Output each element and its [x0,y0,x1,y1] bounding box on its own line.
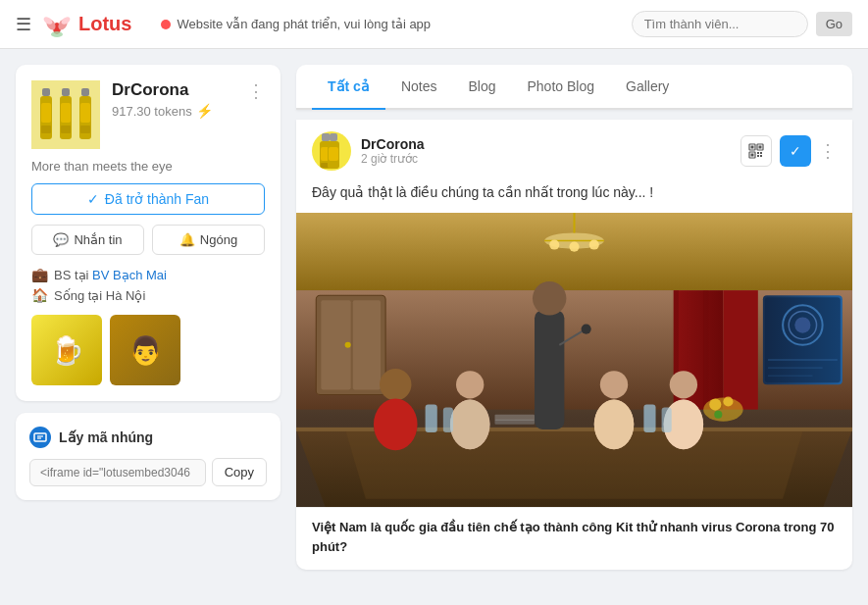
work-text: BS tại BV Bạch Mai [54,268,167,282]
svg-rect-16 [80,103,90,123]
svg-rect-8 [41,103,51,123]
menu-icon[interactable]: ☰ [16,14,31,35]
tabs-bar: Tất cả Notes Blog Photo Blog Gallery [296,65,852,110]
photo-beer[interactable]: 🍺 [31,315,102,385]
profile-card: DrCorona 917.30 tokens ⚡ ⋮ More than mee… [16,65,281,401]
svg-rect-10 [62,88,70,96]
tab-photo-blog[interactable]: Photo Blog [512,65,611,110]
svg-rect-34 [751,154,754,157]
location-item: 🏠 Sống tại Hà Nội [31,287,265,303]
main-layout: DrCorona 917.30 tokens ⚡ ⋮ More than mee… [0,49,868,585]
svg-rect-38 [760,155,762,157]
post-actions: ✓ ⋮ [740,135,837,167]
svg-rect-84 [643,405,655,432]
svg-point-67 [380,369,411,400]
svg-point-87 [709,398,721,410]
svg-rect-12 [61,103,71,123]
post-card: DrCorona 2 giờ trước [296,120,852,570]
embed-icon [29,427,51,448]
embed-icon-svg [33,430,47,444]
svg-point-89 [714,411,722,419]
follow-button[interactable]: 🔔 Ngóng [152,225,265,255]
embed-code-input[interactable] [29,459,206,486]
post-avatar-icon [312,131,351,171]
svg-rect-82 [426,405,437,432]
post-username: DrCorona [361,136,731,152]
svg-rect-26 [330,133,337,141]
verify-button[interactable]: ✓ [780,135,811,167]
svg-rect-37 [757,155,759,157]
svg-rect-28 [329,147,338,161]
work-link[interactable]: BV Bạch Mai [92,268,167,282]
post-time: 2 giờ trước [361,152,731,166]
header-left: ☰ Lotus Website vẫn đang phát triển, vui… [16,9,431,40]
svg-point-80 [670,371,697,398]
search-input[interactable] [632,11,808,37]
logo-container: Lotus [41,9,131,40]
svg-rect-17 [80,126,90,133]
tab-blog[interactable]: Blog [452,65,511,110]
svg-point-75 [582,325,591,334]
svg-point-78 [594,400,635,450]
svg-rect-83 [443,408,453,432]
more-options-icon[interactable]: ⋮ [247,80,265,102]
content-area: Tất cả Notes Blog Photo Blog Gallery [296,65,852,570]
work-icon: 💼 [31,267,48,282]
svg-rect-35 [757,152,759,154]
profile-tokens: 917.30 tokens ⚡ [112,103,247,119]
svg-point-59 [794,317,810,332]
svg-rect-33 [759,146,762,149]
message-label: Nhắn tin [74,232,122,247]
svg-point-71 [450,400,490,450]
message-button[interactable]: 💬 Nhắn tin [31,225,144,255]
token-value: 917.30 tokens [112,104,192,119]
svg-rect-18 [34,433,46,441]
svg-rect-91 [495,415,536,421]
svg-rect-14 [81,88,89,96]
photo-person[interactable]: 👨 [110,315,180,385]
svg-rect-6 [42,88,50,96]
svg-rect-36 [760,152,762,154]
svg-point-73 [533,281,566,315]
svg-point-5 [51,31,63,37]
bell-icon: 🔔 [179,232,195,247]
beer-bottle-1-icon [37,88,55,142]
tab-tat-ca[interactable]: Tất cả [312,65,385,110]
svg-rect-56 [765,297,841,382]
location-text: Sống tại Hà Nội [54,288,145,303]
tab-notes[interactable]: Notes [385,65,453,110]
svg-rect-13 [61,126,71,133]
svg-point-50 [345,342,351,348]
logo-text: Lotus [78,13,131,35]
notice-text: Website vẫn đang phát triển, vui lòng tả… [177,17,431,31]
beer-bottle-3-icon [77,88,94,142]
follow-label: Ngóng [200,232,237,247]
svg-point-70 [456,371,484,398]
beer-bottle-2-icon [57,88,75,142]
qr-button[interactable] [740,135,772,167]
copy-button[interactable]: Copy [212,458,267,486]
svg-point-77 [600,371,628,398]
message-icon: 💬 [53,232,69,247]
lotus-logo-icon [41,9,73,40]
tab-gallery[interactable]: Gallery [610,65,685,110]
svg-rect-49 [353,300,381,389]
go-button[interactable]: Go [816,12,852,36]
home-icon: 🏠 [31,287,48,303]
svg-rect-9 [41,126,51,133]
notice-dot-icon [161,20,171,29]
svg-rect-54 [723,290,757,410]
embed-title-text: Lấy mã nhúng [59,429,153,445]
svg-rect-22 [322,133,330,141]
profile-info: DrCorona 917.30 tokens ⚡ [112,80,247,119]
fan-button[interactable]: ✓ Đã trở thành Fan [31,183,265,215]
qr-icon [748,143,764,159]
post-image-svg [296,213,852,507]
svg-point-86 [703,397,743,421]
profile-photos: 🍺 👨 [31,315,265,385]
post-header: DrCorona 2 giờ trước [296,120,852,178]
token-icon: ⚡ [196,103,213,119]
post-more-icon[interactable]: ⋮ [819,140,837,162]
post-image [296,213,852,507]
header-notice: Website vẫn đang phát triển, vui lòng tả… [161,17,431,31]
